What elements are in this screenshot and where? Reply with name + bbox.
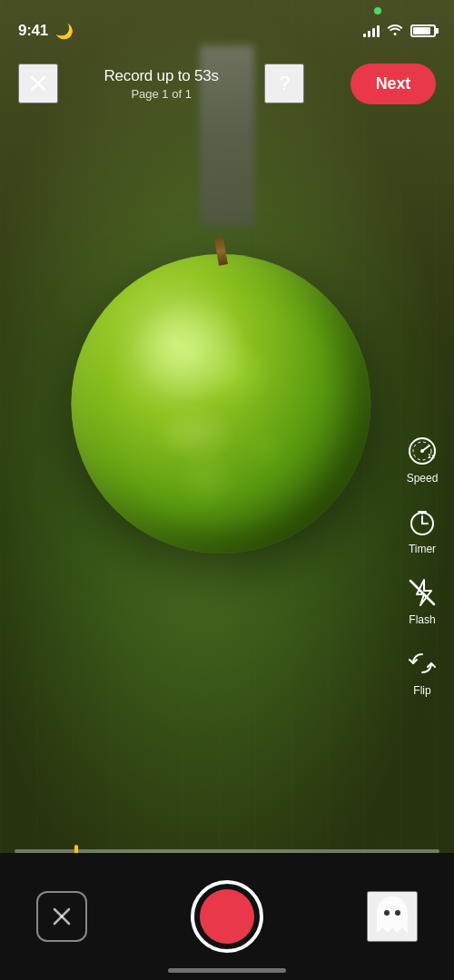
battery-icon <box>410 24 436 37</box>
status-time: 9:41 <box>18 22 48 40</box>
page-indicator: Page 1 of 1 <box>104 87 219 101</box>
status-right-icons <box>363 23 436 39</box>
side-controls: 1x Speed Timer Flash <box>401 426 443 704</box>
speed-control[interactable]: 1x Speed <box>401 426 443 492</box>
flip-control[interactable]: Flip <box>401 639 443 704</box>
recording-title: Record up to 53s <box>104 67 219 85</box>
flash-label: Flash <box>409 613 435 626</box>
svg-point-15 <box>384 910 390 916</box>
record-btn-inner <box>200 889 254 944</box>
flash-off-icon <box>405 575 439 610</box>
apple-subject <box>71 254 370 554</box>
activity-dot <box>374 7 381 15</box>
flip-icon <box>405 646 439 681</box>
next-button[interactable]: Next <box>350 64 436 104</box>
timer-label: Timer <box>409 543 436 555</box>
timer-icon <box>405 505 439 539</box>
apple <box>71 254 370 554</box>
timer-control[interactable]: Timer <box>401 497 443 563</box>
flash-control[interactable]: Flash <box>401 568 443 633</box>
home-indicator <box>168 968 286 973</box>
flip-label: Flip <box>413 684 430 697</box>
wifi-icon <box>387 23 403 39</box>
ghost-button[interactable] <box>367 891 418 942</box>
top-bar: Record up to 53s Page 1 of 1 ? Next <box>0 49 454 118</box>
speed-icon: 1x <box>405 434 439 468</box>
recording-info: Record up to 53s Page 1 of 1 <box>104 67 219 101</box>
camera-viewfinder <box>0 0 454 853</box>
delete-clip-button[interactable] <box>36 891 87 942</box>
svg-point-5 <box>420 449 424 453</box>
close-button[interactable] <box>18 64 58 103</box>
battery-fill <box>413 27 430 34</box>
moon-icon: 🌙 <box>55 23 74 40</box>
speed-label: Speed <box>407 472 439 485</box>
svg-point-16 <box>395 910 400 916</box>
status-bar: 9:41 🌙 <box>0 0 454 49</box>
record-button[interactable] <box>191 880 263 953</box>
help-button[interactable]: ? <box>264 64 304 103</box>
svg-text:1x: 1x <box>428 453 435 459</box>
signal-icon <box>363 24 380 37</box>
apple-spots <box>71 254 370 554</box>
bottom-controls <box>0 853 454 980</box>
